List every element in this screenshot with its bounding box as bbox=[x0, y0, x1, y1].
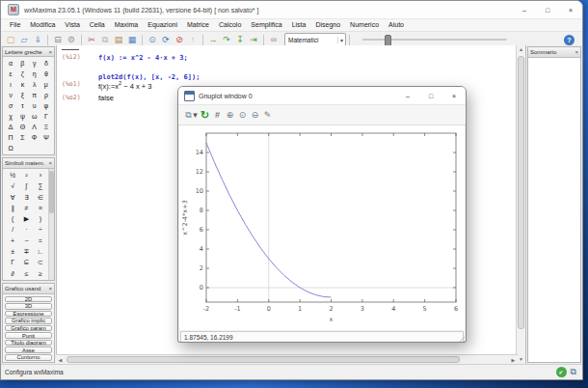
greek-letter-17[interactable]: τ bbox=[16, 100, 28, 111]
menu-item-file[interactable]: File bbox=[5, 19, 25, 31]
math-symbol-8[interactable]: ∈ bbox=[34, 192, 47, 203]
math-symbol-14[interactable]: ) bbox=[34, 213, 47, 224]
math-symbol-28[interactable]: ≤ bbox=[19, 268, 33, 279]
greek-letter-25[interactable]: Θ bbox=[16, 122, 28, 132]
greek-letter-3[interactable]: δ bbox=[40, 58, 52, 69]
vscroll-thumb[interactable] bbox=[518, 56, 524, 329]
greek-letter-5[interactable]: ζ bbox=[16, 69, 28, 79]
menu-item-numerico[interactable]: Numerico bbox=[345, 19, 384, 31]
save-icon[interactable]: ⇓ bbox=[31, 33, 44, 46]
greek-letter-12[interactable]: ν bbox=[5, 90, 16, 100]
greek-letter-8[interactable]: ι bbox=[5, 79, 16, 90]
menu-item-cella[interactable]: Cella bbox=[85, 19, 110, 31]
math-symbol-7[interactable]: ∃ bbox=[19, 192, 33, 203]
hide-code-icon[interactable]: ∞ bbox=[267, 33, 281, 46]
scroll-up-icon[interactable]: ▲ bbox=[519, 45, 523, 54]
close-icon[interactable]: × bbox=[48, 49, 52, 55]
plot-button-punti[interactable]: Punti bbox=[5, 332, 52, 339]
print-icon[interactable]: ⊟ bbox=[51, 33, 65, 46]
minimize-button[interactable]: – bbox=[513, 1, 536, 18]
cut-icon[interactable]: ✂ bbox=[85, 33, 98, 46]
math-symbol-19[interactable]: − bbox=[19, 236, 33, 246]
greek-letter-14[interactable]: π bbox=[29, 90, 40, 100]
greek-letter-26[interactable]: Λ bbox=[29, 122, 40, 132]
math-symbol-24[interactable]: Γ bbox=[6, 257, 19, 267]
close-icon[interactable]: × bbox=[48, 286, 52, 291]
math-symbol-22[interactable]: ∓ bbox=[19, 246, 33, 257]
greek-letter-10[interactable]: λ bbox=[29, 79, 40, 90]
close-icon[interactable]: × bbox=[575, 49, 578, 55]
math-symbol-10[interactable]: ≠ bbox=[19, 203, 33, 213]
math-symbol-17[interactable]: ÷ bbox=[34, 224, 47, 235]
plot-button-asse[interactable]: Asse bbox=[5, 346, 52, 353]
jump-to-input-icon[interactable]: ↑ bbox=[186, 33, 200, 46]
greek-letter-0[interactable]: α bbox=[5, 58, 16, 69]
greek-letter-4[interactable]: ε bbox=[5, 69, 16, 79]
math-symbol-20[interactable]: = bbox=[34, 236, 47, 246]
evaluate-to-point-icon[interactable]: ↧ bbox=[233, 33, 247, 46]
close-button[interactable]: × bbox=[442, 87, 466, 104]
worksheet-hscrollbar[interactable]: ◀ ▶ bbox=[56, 354, 518, 364]
evaluate-icon[interactable]: → bbox=[206, 33, 220, 46]
symbols-scrollbar[interactable] bbox=[48, 169, 54, 280]
minimize-button[interactable]: – bbox=[396, 87, 419, 104]
math-symbol-4[interactable]: ∫ bbox=[19, 180, 33, 191]
scroll-left-icon[interactable]: ◀ bbox=[56, 357, 65, 363]
greek-letter-31[interactable]: Ψ bbox=[40, 132, 52, 143]
math-symbol-26[interactable]: ⊂ bbox=[34, 257, 47, 267]
help-icon[interactable]: ? bbox=[564, 35, 575, 45]
greek-letter-13[interactable]: ξ bbox=[16, 90, 28, 100]
greek-letter-2[interactable]: γ bbox=[29, 58, 40, 69]
close-button[interactable]: × bbox=[559, 1, 582, 18]
math-symbol-27[interactable]: ∂ bbox=[6, 268, 19, 279]
greek-letter-23[interactable]: Γ bbox=[40, 111, 52, 122]
math-symbol-5[interactable]: ∑ bbox=[34, 180, 47, 191]
dropdown-arrow-icon[interactable]: ▾ bbox=[192, 109, 199, 122]
scroll-right-icon[interactable]: ▶ bbox=[509, 357, 518, 363]
math-symbol-6[interactable]: ∀ bbox=[6, 192, 19, 203]
greek-letter-30[interactable]: Φ bbox=[29, 132, 40, 143]
math-symbol-15[interactable]: / bbox=[6, 224, 19, 235]
zoom-in-icon[interactable]: ⊕ bbox=[224, 109, 236, 122]
menu-item-lista[interactable]: Lista bbox=[287, 19, 311, 31]
close-icon[interactable]: × bbox=[48, 160, 52, 166]
options-icon[interactable]: ⚙ bbox=[65, 33, 78, 46]
open-folder-icon[interactable]: ▱ bbox=[17, 33, 31, 46]
grid-icon[interactable]: # bbox=[211, 109, 224, 122]
menu-item-modifica[interactable]: Modifica bbox=[25, 19, 60, 31]
greek-letter-32[interactable]: Ω bbox=[5, 143, 16, 153]
zoom-out-icon[interactable]: ⊖ bbox=[249, 109, 261, 122]
plot-button-espressione[interactable]: Espressione bbox=[5, 311, 52, 318]
greek-letter-11[interactable]: μ bbox=[40, 79, 52, 90]
refresh-icon[interactable]: ⟳ bbox=[159, 33, 173, 46]
math-symbol-0[interactable]: ½ bbox=[6, 170, 19, 180]
reevaluate-icon[interactable]: ↷ bbox=[220, 33, 233, 46]
greek-letter-28[interactable]: Π bbox=[5, 132, 16, 143]
greek-letter-15[interactable]: ρ bbox=[40, 90, 52, 100]
scroll-down-icon[interactable]: ▼ bbox=[519, 355, 523, 364]
greek-letter-19[interactable]: φ bbox=[40, 100, 52, 111]
greek-letter-27[interactable]: Ξ bbox=[40, 122, 52, 132]
math-symbol-23[interactable]: ∟ bbox=[34, 246, 47, 257]
math-symbol-9[interactable]: ∥ bbox=[6, 203, 19, 213]
select-all-icon[interactable]: ▦ bbox=[125, 33, 139, 46]
greek-letter-16[interactable]: σ bbox=[5, 100, 16, 111]
greek-letter-22[interactable]: ω bbox=[29, 111, 40, 122]
math-symbol-11[interactable]: ≡ bbox=[34, 203, 47, 213]
menu-item-semplifica[interactable]: Semplifica bbox=[246, 19, 286, 31]
greek-letter-9[interactable]: κ bbox=[16, 79, 28, 90]
worksheet-vscrollbar[interactable]: ▲ ▼ bbox=[516, 45, 525, 364]
menu-item-vista[interactable]: Vista bbox=[60, 19, 84, 31]
plot-button-grafico-implic[interactable]: Grafico implic bbox=[5, 318, 52, 324]
math-symbol-13[interactable]: ▶ bbox=[19, 213, 33, 224]
greek-letter-1[interactable]: β bbox=[16, 58, 28, 69]
zoom-slider[interactable] bbox=[362, 34, 507, 45]
menu-item-calcolo[interactable]: Calcolo bbox=[214, 19, 246, 31]
hscroll-thumb[interactable] bbox=[67, 356, 460, 363]
plot-button-grafico-param[interactable]: Grafico param bbox=[5, 325, 52, 332]
plot-button-3d[interactable]: 3D bbox=[5, 303, 52, 310]
greek-letter-18[interactable]: υ bbox=[29, 100, 40, 111]
menu-item-equazioni[interactable]: Equazioni bbox=[143, 19, 182, 31]
gnuplot-window[interactable]: Gnuplot window 0 –□× ⧉▾↻#⊕⊙⊖✎ -2-1012345… bbox=[177, 86, 467, 343]
maximize-button[interactable]: □ bbox=[419, 87, 442, 104]
